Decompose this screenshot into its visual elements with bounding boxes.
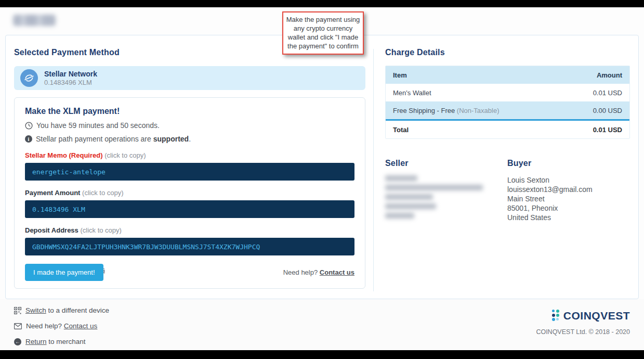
stellar-network-icon [20, 69, 38, 87]
charge-details-title: Charge Details [385, 48, 630, 57]
column-divider [373, 49, 374, 291]
i-made-the-payment-button[interactable]: I made the payment! [25, 264, 103, 281]
charge-table-body: Men's Wallet0.01 USDFree Shipping - Free… [386, 84, 629, 119]
letterbox-bottom [0, 350, 644, 359]
memo-copy-hint: (click to copy) [104, 151, 146, 159]
seller-title: Seller [385, 159, 507, 168]
amount-cell: 0.01 USD [593, 89, 622, 97]
payment-method-card[interactable]: Stellar Network 0.1483496 XLM [14, 66, 365, 90]
buyer-title: Buyer [507, 159, 629, 168]
buyer-section: Buyer Louis Sextonlouissexton13@gmail.co… [507, 146, 629, 222]
tooltip-line: the payment" to confirm [285, 42, 361, 50]
seller-blurred-line [385, 194, 433, 200]
amount-copy-hint: (click to copy) [82, 189, 123, 197]
switch-link[interactable]: Switch [25, 306, 46, 314]
charge-table-header: Item Amount [386, 66, 629, 84]
coinqvest-brand: COINQVEST COINQVEST Ltd. © 2018 - 2020 [536, 310, 630, 336]
column-header-amount: Amount [597, 71, 622, 79]
info-text: Stellar path payment operations are [36, 135, 153, 143]
address-label-row: Deposit Address (click to copy) [25, 226, 354, 234]
address-label: Deposit Address [25, 226, 78, 234]
memo-label: Stellar Memo (Required) [25, 151, 103, 159]
amount-cell: 0.00 USD [593, 107, 622, 114]
total-row: Total 0.01 USD [386, 121, 629, 138]
payment-instruction-tooltip: Make the payment using any crypto curren… [282, 11, 364, 55]
path-payment-info-line: i Stellar path payment operations are su… [25, 135, 354, 143]
payment-column: Selected Payment Method Stellar Network … [14, 35, 365, 289]
buyer-details: Louis Sextonlouissexton13@gmail.comMain … [507, 175, 629, 222]
seller-details-blurred [385, 175, 507, 219]
seller-blurred-line [385, 203, 436, 209]
timer-line: You have 59 minutes and 50 seconds. [25, 121, 354, 130]
network-amount: 0.1483496 XLM [44, 79, 92, 86]
memo-label-row: Stellar Memo (Required) (click to copy) [25, 151, 354, 159]
checkout-card: Selected Payment Method Stellar Network … [5, 35, 639, 299]
tooltip-line: any crypto currency [285, 24, 361, 33]
need-help-row: Need help? Contact us [14, 322, 109, 330]
item-cell: Free Shipping - Free (Non-Taxable) [393, 107, 500, 114]
seller-blurred-line [385, 175, 417, 181]
item-cell: Men's Wallet [393, 89, 431, 97]
column-header-item: Item [393, 71, 407, 79]
return-merchant-row: ← Return to merchant [14, 338, 109, 345]
buyer-detail-line: Main Street [507, 194, 629, 203]
buyer-detail-line: 85001, Pheonix [507, 203, 629, 213]
charge-column: Charge Details Item Amount Men's Wallet0… [385, 35, 630, 222]
return-arrow-icon: ← [14, 338, 21, 345]
need-help-text: Need help? Contact us [283, 268, 354, 276]
buyer-detail-line: Louis Sexton [507, 175, 629, 185]
seller-blurred-line [385, 185, 483, 190]
qr-code-icon [14, 307, 21, 314]
tooltip-line: wallet and click "I made [285, 33, 361, 42]
switch-device-row: Switch to a different device [14, 306, 109, 314]
return-link[interactable]: Return [25, 338, 47, 345]
charge-table-row: Free Shipping - Free (Non-Taxable)0.00 U… [386, 101, 629, 119]
checkout-page: Make the payment using any crypto curren… [0, 7, 644, 350]
info-text-bold: supported [153, 135, 189, 143]
charge-table-row: Men's Wallet0.01 USD [386, 84, 629, 101]
clock-icon [25, 122, 33, 130]
network-name: Stellar Network [44, 70, 97, 78]
seller-blurred-line [385, 213, 414, 219]
coinqvest-logo-icon [552, 310, 560, 322]
footer-contact-us-link[interactable]: Contact us [64, 322, 98, 330]
total-label: Total [393, 126, 409, 134]
deposit-address-field[interactable]: GBDHWMSXQ24FA2LJTPUH3HNK3WR7BJW3DUUBLMSN… [25, 238, 354, 255]
seller-section: Seller [385, 146, 507, 222]
footer: Switch to a different device Need help? … [0, 299, 644, 350]
buyer-detail-line: United States [507, 213, 629, 222]
buyer-detail-line: louissexton13@gmail.com [507, 185, 629, 194]
amount-label-row: Payment Amount (click to copy) [25, 189, 354, 197]
memo-value-field[interactable]: energetic-antelope [25, 163, 354, 181]
tooltip-line: Make the payment using [285, 15, 361, 24]
envelope-icon [14, 323, 22, 329]
copyright-text: COINQVEST Ltd. © 2018 - 2020 [536, 328, 630, 336]
total-amount: 0.01 USD [593, 126, 622, 134]
address-copy-hint: (click to copy) [80, 226, 121, 234]
info-icon: i [25, 135, 32, 143]
amount-value-field[interactable]: 0.1483496 XLM [25, 200, 354, 218]
letterbox-top [0, 0, 644, 7]
payment-instructions-box: Make the XLM payment! You have 59 minute… [14, 97, 365, 289]
brand-name: COINQVEST [563, 310, 630, 322]
payment-box-title: Make the XLM payment! [25, 107, 354, 116]
amount-label: Payment Amount [25, 189, 80, 197]
merchant-logo-blurred [13, 15, 56, 26]
charge-table: Item Amount Men's Wallet0.01 USDFree Shi… [385, 66, 630, 139]
contact-us-link[interactable]: Contact us [320, 268, 354, 276]
timer-text: You have 59 minutes and 50 seconds. [36, 121, 160, 130]
